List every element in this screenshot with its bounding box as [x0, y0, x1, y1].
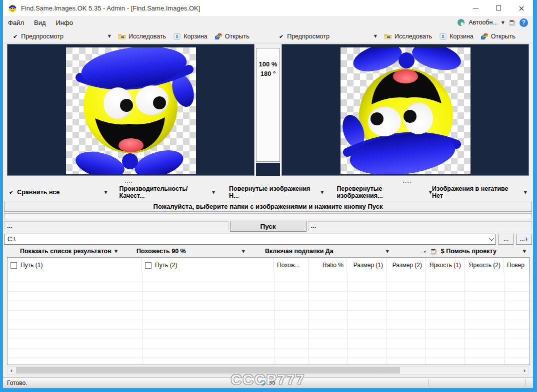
- preview-dropdown-icon[interactable]: ▼: [374, 34, 377, 38]
- title-bar: Find.Same.Images.OK 5.35 - Admin - [Find…: [3, 0, 533, 16]
- explore-button-right[interactable]: Исследовать: [384, 32, 432, 40]
- explore-button-left[interactable]: Исследовать: [118, 32, 166, 40]
- menu-info[interactable]: Инфо: [51, 16, 78, 29]
- scroll-left-arrow[interactable]: ‹: [8, 367, 16, 374]
- column-separator: [142, 273, 142, 365]
- check-icon: ✔: [13, 33, 18, 40]
- status-divider: [526, 379, 526, 387]
- column-header-rotated[interactable]: Повер: [504, 258, 530, 273]
- preview-toggle-right[interactable]: ✔ Предпросмотр ▼: [279, 33, 377, 40]
- open-image-icon: [480, 32, 488, 40]
- filters-row: ✔ Сравнить все ▼ Производительность/Каче…: [3, 186, 533, 199]
- column-separator: [274, 273, 274, 365]
- toolbar-right: ✔ Предпросмотр ▼ Исследовать Корзина: [267, 29, 533, 43]
- table-body-empty[interactable]: [8, 273, 530, 365]
- trash-button-left[interactable]: Корзина: [173, 32, 208, 40]
- open-button-right[interactable]: Открыть: [480, 32, 516, 40]
- checkbox[interactable]: [145, 262, 152, 269]
- flipped-dropdown[interactable]: Перевернутые изображения... ▼: [336, 185, 432, 199]
- folder-field-right[interactable]: ...: [308, 221, 532, 231]
- zoom-percent: 100 %: [256, 59, 280, 69]
- performance-dropdown[interactable]: Производительность/Качест... ▼: [120, 185, 216, 199]
- open-button-left[interactable]: Открыть: [214, 32, 250, 40]
- window-title: Find.Same.Images.OK 5.35 - Admin - [Find…: [21, 4, 200, 12]
- trash-label: Корзина: [450, 33, 474, 40]
- rotation-degrees: 180 °: [256, 69, 280, 78]
- negative-dropdown[interactable]: Изображения в негативе Нет ▼: [432, 185, 527, 199]
- show-results-dropdown[interactable]: Показать список результатов ▼: [20, 248, 118, 255]
- column-header-size1[interactable]: Размер (1): [347, 258, 386, 273]
- column-header-ratio[interactable]: Ratio %: [308, 258, 347, 273]
- menu-file[interactable]: Файл: [3, 16, 29, 29]
- show-results-label: Показать список результатов: [20, 248, 112, 255]
- auto-update-dropdown-icon[interactable]: ▼: [502, 20, 504, 25]
- negative-label: Изображения в негативе Нет: [432, 185, 517, 199]
- dropdown-icon: ▼: [114, 249, 118, 254]
- folder-field-left[interactable]: ...: [4, 221, 228, 231]
- column-separator: [504, 273, 504, 365]
- chevron-down-icon[interactable]: [488, 235, 494, 241]
- status-text: Готово.: [7, 380, 27, 387]
- preview-toggle-left[interactable]: ✔ Предпросмотр ▼: [13, 33, 111, 40]
- column-header-size2[interactable]: Размер (2): [386, 258, 426, 273]
- scroll-right-arrow[interactable]: ›: [520, 367, 528, 374]
- check-icon: ✔: [279, 33, 284, 40]
- compare-all-dropdown[interactable]: ✔ Сравнить все ▼: [9, 189, 108, 196]
- preview-pane-right: [282, 44, 529, 176]
- path-combobox[interactable]: C:\: [4, 234, 496, 245]
- help-icon[interactable]: ?: [520, 18, 528, 27]
- donate-button[interactable]: $ Помочь проекту: [441, 248, 496, 255]
- caption-right: ....: [282, 177, 533, 184]
- zoom-info-panel: 100 % 180 °: [256, 48, 280, 162]
- browse-add-button[interactable]: ...+: [516, 234, 532, 245]
- app-icon: [8, 3, 17, 12]
- similarity-label[interactable]: Похожесть 90 %: [136, 248, 186, 255]
- rotated-dropdown[interactable]: Повернутые изображения Н... ▼: [229, 185, 324, 199]
- trash-button-right[interactable]: Корзина: [439, 32, 474, 40]
- dropdown-icon: ▼: [524, 190, 527, 195]
- column-header-path1[interactable]: Путь (1): [8, 258, 142, 273]
- path-value: C:\: [8, 236, 16, 243]
- more-options-button[interactable]: ...▾: [420, 248, 426, 254]
- column-separator: [347, 273, 348, 365]
- column-header-path2[interactable]: Путь (2): [142, 258, 274, 273]
- donate-dropdown-icon[interactable]: ▼: [523, 249, 526, 254]
- preview-captions: .... ....: [3, 176, 533, 186]
- similarity-dropdown-icon[interactable]: ▼: [242, 249, 245, 254]
- open-label: Открыть: [225, 33, 250, 40]
- dropdown-icon: ▼: [212, 190, 215, 195]
- minimize-button[interactable]: [464, 0, 487, 16]
- close-button[interactable]: ×: [510, 0, 533, 16]
- maximize-button[interactable]: [487, 0, 510, 16]
- column-header-brightness1[interactable]: Яркость (1): [426, 258, 464, 273]
- explore-label: Исследовать: [394, 33, 432, 40]
- preview-image-left: [66, 47, 196, 174]
- open-image-icon: [214, 32, 222, 40]
- preview-dropdown-icon[interactable]: ▼: [108, 34, 111, 38]
- watermark-text: СССР777: [230, 371, 305, 388]
- recycle-bin-icon: [439, 32, 447, 40]
- checkbox[interactable]: [10, 262, 17, 269]
- dropdown-icon: ▼: [104, 190, 107, 195]
- rotated-label: Повернутые изображения Н...: [229, 185, 318, 199]
- subfolders-dropdown-icon[interactable]: ▼: [386, 249, 389, 254]
- coffee-icon[interactable]: [508, 18, 516, 26]
- browse-button[interactable]: ...: [498, 234, 514, 245]
- column-header-brightness2[interactable]: Яркость (2): [464, 258, 504, 273]
- start-button[interactable]: Пуск: [230, 221, 306, 232]
- coffee-icon[interactable]: [430, 247, 438, 255]
- caption-left: ....: [3, 177, 254, 184]
- preview-toggle-label: Предпросмотр: [21, 33, 64, 40]
- path-row: C:\ ... ...+: [4, 233, 532, 245]
- menu-view[interactable]: Вид: [29, 16, 51, 29]
- column-separator: [464, 273, 465, 365]
- subfolders-label[interactable]: Включая подпапки Да: [265, 248, 334, 255]
- scrollbar-thumb[interactable]: [16, 367, 400, 374]
- open-label: Открыть: [491, 33, 516, 40]
- table-header: Путь (1) Путь (2) Похож... Ratio % Разме…: [8, 258, 530, 273]
- performance-label: Производительность/Качест...: [120, 185, 209, 199]
- auto-update-button[interactable]: Автообн...: [468, 19, 498, 26]
- column-header-similar[interactable]: Похож...: [274, 258, 308, 273]
- results-table: Путь (1) Путь (2) Похож... Ratio % Разме…: [7, 257, 530, 365]
- column-separator: [426, 273, 426, 365]
